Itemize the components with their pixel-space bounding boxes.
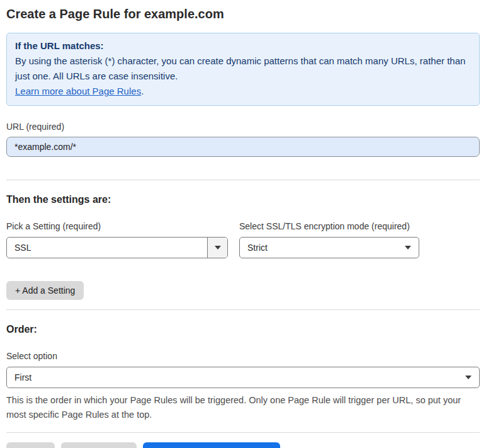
ssl-mode-column: Select SSL/TLS encryption mode (required… [239, 205, 419, 258]
create-page-rule-form: Create a Page Rule for example.com If th… [0, 0, 486, 448]
link-period: . [141, 86, 144, 96]
chevron-down-icon [465, 376, 472, 379]
url-field-label: URL (required) [6, 121, 480, 132]
setting-picker-select[interactable]: SSL [6, 237, 228, 258]
order-section-heading: Order: [6, 324, 480, 335]
settings-row: Pick a Setting (required) SSL Select SSL… [6, 205, 480, 258]
order-select[interactable]: First [6, 367, 480, 388]
save-draft-button[interactable]: Save as Draft [61, 442, 137, 448]
divider [6, 309, 480, 310]
save-deploy-button[interactable]: Save and Deploy Page Rule [143, 442, 280, 448]
setting-picker-label: Pick a Setting (required) [6, 221, 228, 232]
setting-picker-column: Pick a Setting (required) SSL [6, 205, 228, 258]
cancel-button[interactable]: Cancel [6, 442, 55, 448]
form-actions: Cancel Save as Draft Save and Deploy Pag… [6, 442, 480, 448]
learn-more-link[interactable]: Learn more about Page Rules [15, 86, 141, 96]
chevron-down-icon [405, 246, 411, 250]
info-box-link-line: Learn more about Page Rules. [15, 84, 471, 99]
add-setting-button[interactable]: + Add a Setting [6, 281, 84, 300]
info-box-heading: If the URL matches: [15, 38, 471, 54]
ssl-mode-select[interactable]: Strict [239, 237, 419, 258]
setting-picker-arrow-segment[interactable] [207, 238, 227, 258]
info-box-body: By using the asterisk (*) character, you… [15, 54, 471, 84]
order-select-label: Select option [6, 350, 480, 362]
divider [6, 180, 480, 180]
chevron-down-icon [215, 246, 221, 250]
settings-section-heading: Then the settings are: [6, 194, 480, 205]
setting-picker-value: SSL [7, 243, 207, 253]
url-input[interactable] [6, 137, 480, 157]
order-select-arrow [458, 367, 479, 388]
order-select-value: First [7, 372, 458, 382]
ssl-mode-arrow [397, 238, 419, 258]
divider [6, 432, 480, 433]
url-match-info-box: If the URL matches: By using the asteris… [6, 33, 480, 106]
page-title: Create a Page Rule for example.com [6, 5, 480, 23]
ssl-mode-label: Select SSL/TLS encryption mode (required… [239, 221, 419, 232]
order-help-text: This is the order in which your Page Rul… [6, 393, 480, 422]
ssl-mode-value: Strict [240, 243, 397, 253]
